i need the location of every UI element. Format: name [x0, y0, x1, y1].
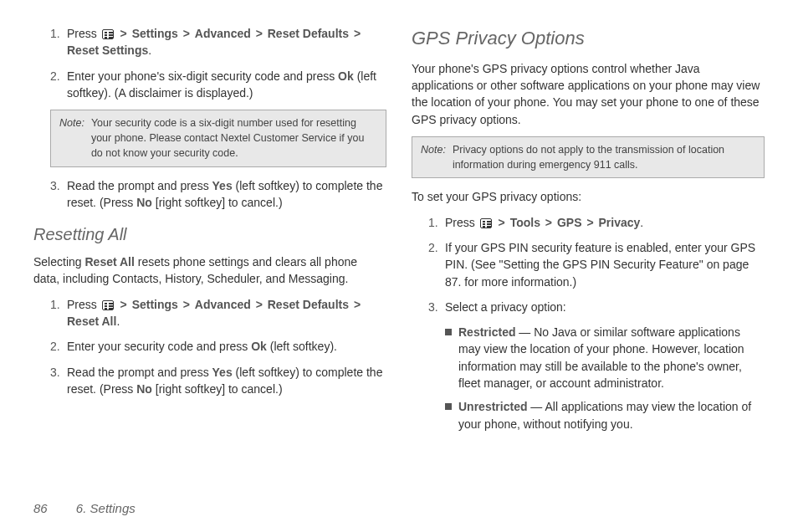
step-number: 3.: [428, 299, 445, 315]
menu-icon: [102, 29, 114, 39]
step-text: Read the prompt and press Yes (left soft…: [67, 364, 386, 398]
section-heading-gps-privacy: GPS Privacy Options: [412, 25, 765, 52]
step-text: Press > Settings > Advanced > Reset Defa…: [67, 25, 386, 59]
bullet-text: Unrestricted — All applications may view…: [458, 398, 765, 432]
bullet-text: Restricted — No Java or similar software…: [458, 324, 765, 391]
step-text: Press > Settings > Advanced > Reset Defa…: [67, 296, 386, 330]
page-number: 86: [33, 501, 48, 515]
note-label: Note:: [59, 115, 84, 161]
step-number: 2.: [50, 68, 67, 102]
bullet-item: Restricted — No Java or similar software…: [445, 324, 765, 391]
bullet-item: Unrestricted — All applications may view…: [445, 398, 765, 432]
step-text: Enter your phone's six-digit security co…: [67, 68, 386, 102]
step-number: 3.: [50, 364, 67, 398]
note-box: Note: Your security code is a six-digit …: [50, 110, 386, 166]
list-item: 1. Press > Settings > Advanced > Reset D…: [33, 296, 386, 330]
step-text: If your GPS PIN security feature is enab…: [445, 239, 765, 290]
step-number: 1.: [428, 214, 445, 231]
bullet-icon: [445, 329, 452, 335]
left-column: 1. Press > Settings > Advanced > Reset D…: [33, 25, 386, 494]
step-text: Read the prompt and press Yes (left soft…: [67, 177, 386, 212]
list-item: 2. Enter your security code and press Ok…: [33, 338, 386, 355]
menu-icon: [480, 218, 492, 228]
list-item: 3. Read the prompt and press Yes (left s…: [33, 177, 386, 212]
step-number: 2.: [428, 239, 445, 290]
step-text: Enter your security code and press Ok (l…: [67, 338, 386, 355]
step-text: Press > Tools > GPS > Privacy.: [445, 214, 765, 231]
menu-icon: [102, 300, 114, 310]
note-box: Note: Privacy options do not apply to th…: [412, 136, 765, 178]
paragraph: Selecting Reset All resets phone setting…: [33, 253, 386, 288]
step-number: 1.: [50, 296, 67, 330]
list-item: 2. If your GPS PIN security feature is e…: [412, 239, 765, 290]
list-item: 2. Enter your phone's six-digit security…: [33, 68, 386, 102]
page-footer: 86 6. Settings: [33, 501, 136, 515]
bullet-icon: [445, 403, 452, 410]
page-columns: 1. Press > Settings > Advanced > Reset D…: [33, 25, 765, 494]
list-item: 1. Press > Tools > GPS > Privacy.: [412, 214, 765, 231]
step-number: 3.: [50, 177, 67, 212]
paragraph: Your phone's GPS privacy options control…: [412, 60, 765, 128]
step-number: 1.: [50, 25, 67, 59]
step-number: 2.: [50, 338, 67, 355]
step-text: Select a privacy option:: [445, 299, 765, 315]
right-column: GPS Privacy Options Your phone's GPS pri…: [412, 25, 765, 494]
note-text: Privacy options do not apply to the tran…: [453, 142, 755, 172]
list-item: 3. Select a privacy option:: [412, 299, 765, 315]
note-label: Note:: [421, 142, 446, 172]
lead-text: To set your GPS privacy options:: [412, 188, 765, 205]
chapter-label: 6. Settings: [76, 501, 136, 515]
note-text: Your security code is a six-digit number…: [91, 115, 377, 161]
section-heading-resetting-all: Resetting All: [33, 223, 386, 247]
list-item: 1. Press > Settings > Advanced > Reset D…: [33, 25, 386, 59]
list-item: 3. Read the prompt and press Yes (left s…: [33, 364, 386, 398]
